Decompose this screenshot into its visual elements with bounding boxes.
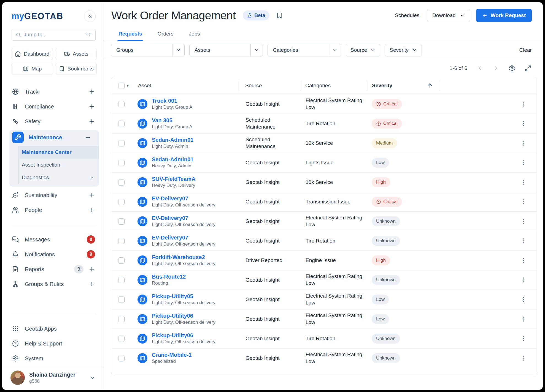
select-menu-caret[interactable]: ▾ — [127, 84, 129, 88]
bookmark-page-button[interactable] — [276, 12, 283, 19]
sort-ascending-icon[interactable] — [427, 82, 433, 89]
categories-filter[interactable]: Categories — [268, 44, 341, 56]
chevron-down-icon — [89, 175, 95, 180]
sidebar-item-maintenance-center[interactable]: Maintenance Center — [19, 146, 99, 159]
row-checkbox[interactable] — [118, 355, 125, 361]
clear-filters-button[interactable]: Clear — [519, 47, 532, 53]
sidebar-item-diagnostics[interactable]: Diagnostics — [19, 171, 99, 184]
column-header-source[interactable]: Source — [240, 80, 300, 91]
row-actions-kebab-icon[interactable] — [520, 335, 527, 342]
plus-icon[interactable] — [88, 281, 95, 287]
row-actions-kebab-icon[interactable] — [520, 238, 527, 244]
sidebar-item-notifications[interactable]: Notifications 9 — [2, 247, 103, 262]
row-actions-kebab-icon[interactable] — [520, 179, 527, 186]
search-input[interactable]: Jump to... ⇧F — [12, 29, 96, 41]
row-actions-kebab-icon[interactable] — [520, 198, 527, 205]
sidebar-item-compliance[interactable]: Compliance — [2, 99, 103, 114]
row-actions-kebab-icon[interactable] — [520, 355, 527, 361]
row-actions-kebab-icon[interactable] — [520, 277, 527, 283]
user-database: g560 — [29, 379, 75, 384]
schedules-button[interactable]: Schedules — [393, 10, 421, 21]
row-actions-kebab-icon[interactable] — [520, 159, 527, 166]
asset-name-link[interactable]: Forklift-Warehouse2 — [152, 254, 215, 261]
severity-filter[interactable]: Severity — [385, 44, 422, 56]
row-actions-kebab-icon[interactable] — [520, 257, 527, 264]
asset-name-link[interactable]: Bus-Route12 — [152, 273, 186, 280]
next-page-button[interactable] — [493, 65, 499, 72]
mygeotab-logo[interactable]: myGEOTAB — [12, 11, 63, 21]
plus-icon[interactable] — [88, 266, 95, 273]
row-checkbox[interactable] — [118, 296, 125, 303]
sidebar-item-asset-inspection[interactable]: Asset Inspection — [19, 159, 99, 171]
source-filter[interactable]: Source — [346, 44, 380, 56]
asset-name-link[interactable]: Truck 001 — [152, 97, 192, 104]
row-checkbox[interactable] — [118, 199, 125, 205]
sidebar-item-system[interactable]: System — [2, 351, 103, 366]
asset-name-link[interactable]: Pickup-Utility05 — [152, 293, 215, 300]
asset-name-link[interactable]: EV-Delivery07 — [152, 195, 215, 202]
row-checkbox[interactable] — [118, 238, 125, 244]
asset-name-link[interactable]: Pickup-Utility06 — [152, 332, 215, 339]
asset-name-link[interactable]: Sedan-Admin01 — [152, 156, 193, 163]
asset-name-link[interactable]: Pickup-Utility06 — [152, 312, 215, 319]
sidebar-item-geotab-apps[interactable]: Geotab Apps — [2, 321, 103, 336]
column-header-asset[interactable]: Asset — [137, 80, 240, 91]
row-actions-kebab-icon[interactable] — [520, 296, 527, 303]
tab-orders[interactable]: Orders — [157, 29, 175, 41]
row-checkbox[interactable] — [118, 257, 125, 264]
table-settings-gear-icon[interactable] — [509, 65, 515, 72]
row-checkbox[interactable] — [118, 179, 125, 186]
row-actions-kebab-icon[interactable] — [520, 101, 527, 107]
row-actions-kebab-icon[interactable] — [520, 316, 527, 322]
plus-icon[interactable] — [88, 88, 95, 95]
row-checkbox[interactable] — [118, 160, 125, 166]
quick-link-bookmarks[interactable]: Bookmarks — [56, 63, 97, 75]
row-actions-kebab-icon[interactable] — [520, 120, 527, 127]
plus-icon[interactable] — [88, 192, 95, 198]
row-checkbox[interactable] — [118, 140, 125, 146]
quick-link-dashboard[interactable]: Dashboard — [12, 48, 53, 60]
sidebar-item-maintenance[interactable]: Maintenance — [9, 130, 99, 145]
sidebar-item-people[interactable]: People — [2, 203, 103, 217]
sidebar-collapse-button[interactable] — [84, 10, 96, 22]
row-checkbox[interactable] — [118, 277, 125, 283]
column-header-categories[interactable]: Categories — [300, 80, 367, 91]
row-actions-kebab-icon[interactable] — [520, 140, 527, 146]
sidebar-item-reports[interactable]: Reports 3 — [2, 262, 103, 277]
row-checkbox[interactable] — [118, 316, 125, 322]
tab-requests[interactable]: Requests — [117, 29, 143, 41]
sidebar-item-help-support[interactable]: Help & Support — [2, 336, 103, 351]
row-checkbox[interactable] — [118, 336, 125, 342]
row-checkbox[interactable] — [118, 101, 125, 107]
quick-link-assets[interactable]: Assets — [56, 48, 97, 60]
row-actions-kebab-icon[interactable] — [520, 218, 527, 225]
asset-name-link[interactable]: SUV-FieldTeamA — [152, 176, 196, 183]
prev-page-button[interactable] — [477, 65, 483, 72]
row-checkbox[interactable] — [118, 121, 125, 127]
user-menu[interactable]: Shaina Danzinger g560 — [2, 366, 103, 390]
assets-filter[interactable]: Assets — [189, 44, 263, 56]
work-request-button[interactable]: Work Request — [476, 9, 532, 22]
quick-link-map[interactable]: Map — [12, 63, 53, 75]
plus-icon[interactable] — [88, 103, 95, 110]
asset-name-link[interactable]: Sedan-Admin01 — [152, 137, 193, 143]
sidebar-item-track[interactable]: Track — [2, 84, 103, 99]
asset-name-link[interactable]: Crane-Mobile-1 — [152, 352, 191, 358]
column-header-severity[interactable]: Severity — [367, 80, 440, 91]
plus-icon[interactable] — [88, 118, 95, 125]
select-all-checkbox[interactable] — [118, 83, 125, 89]
asset-name-link[interactable]: EV-Delivery07 — [152, 234, 215, 241]
tab-jobs[interactable]: Jobs — [188, 29, 201, 41]
download-button[interactable]: Download — [427, 9, 470, 22]
minus-icon[interactable] — [85, 134, 91, 141]
plus-icon[interactable] — [88, 207, 95, 213]
asset-name-link[interactable]: EV-Delivery07 — [152, 215, 215, 222]
sidebar-item-safety[interactable]: Safety — [2, 114, 103, 129]
asset-name-link[interactable]: Van 305 — [152, 117, 192, 124]
sidebar-item-messages[interactable]: Messages 8 — [2, 232, 103, 247]
groups-filter[interactable]: Groups — [111, 44, 185, 56]
row-checkbox[interactable] — [118, 218, 125, 225]
sidebar-item-groups-rules[interactable]: Groups & Rules — [2, 277, 103, 292]
expand-table-icon[interactable] — [525, 65, 531, 72]
sidebar-item-sustainability[interactable]: Sustainability — [2, 188, 103, 203]
